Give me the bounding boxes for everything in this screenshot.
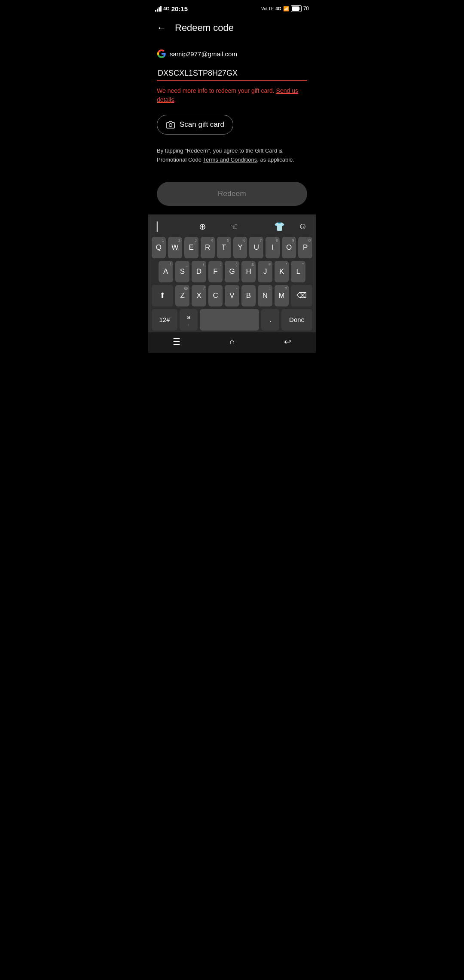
error-suffix: . [174,96,176,103]
key-A[interactable]: \A [159,261,173,282]
keyboard-rows: 1Q 2W 3E 4R 5T 6Y 7U 8I 9O 0P \A _S (D :… [150,237,314,306]
key-H[interactable]: &H [241,261,256,282]
error-message: We need more info to redeem your gift ca… [157,86,307,104]
key-N[interactable]: !N [258,285,272,306]
lte-icon: 4G [275,6,281,11]
key-K[interactable]: *K [275,261,289,282]
key-U[interactable]: 7U [249,237,263,258]
key-T[interactable]: 5T [217,237,231,258]
key-G[interactable]: )G [225,261,239,282]
key-L[interactable]: "L [291,261,305,282]
key-Y[interactable]: 6Y [233,237,247,258]
camera-icon [166,121,175,129]
wifi-icon: 📶 [283,6,289,12]
vol-icon: VoLTE [261,6,274,11]
keyboard-bottom-row: 12# a , . Done [150,306,314,332]
key-J[interactable]: #J [258,261,272,282]
key-P[interactable]: 0P [298,237,312,258]
key-num-symbol[interactable]: 12# [152,309,177,331]
header: ← Redeem code [148,15,316,42]
battery-percent: 70 [303,6,309,12]
key-M[interactable]: ?M [275,285,289,306]
battery-nub [299,7,300,10]
done-key[interactable]: Done [281,309,312,331]
battery-fill [292,6,299,11]
keyboard-globe-icon[interactable]: ⊕ [195,220,210,233]
status-time: 20:15 [171,5,188,12]
key-R[interactable]: 4R [201,237,215,258]
status-left: 4G 20:15 [155,5,188,12]
main-content: samip2977@gmail.com We need more info to… [148,42,316,172]
key-Z[interactable]: @Z [175,285,189,306]
account-row: samip2977@gmail.com [157,49,307,58]
key-D[interactable]: (D [192,261,206,282]
code-input[interactable] [157,67,307,81]
key-Q[interactable]: 1Q [152,237,166,258]
terms-suffix: , as applicable. [257,156,294,163]
account-email: samip2977@gmail.com [170,50,237,58]
key-V[interactable]: -V [225,285,239,306]
keyboard-emoji-icon[interactable]: ☺ [295,220,311,233]
key-period[interactable]: . [261,309,279,331]
back-arrow-icon: ← [157,22,166,33]
key-C[interactable]: C [208,285,223,306]
terms-link[interactable]: Terms and Conditions [203,156,257,163]
keyboard-top-row: ▏ ⊕ ☜ 👕 ☺ [150,218,314,237]
status-right: VoLTE 4G 📶 70 [261,5,309,12]
redeem-button-wrap: Redeem [148,172,316,214]
keyboard-ibeam-icon[interactable]: ▏ [153,220,167,233]
keyboard-row-3: ⬆ @Z /X C -V B !N ?M ⌫ [152,285,312,306]
key-O[interactable]: 9O [282,237,296,258]
key-a-comma[interactable]: a , [180,309,198,331]
signal-icon [155,6,162,12]
battery-icon [291,5,302,12]
nav-menu-icon[interactable]: ☰ [173,337,180,347]
nav-home-icon[interactable]: ⌂ [229,337,235,346]
google-logo [157,49,166,58]
key-F[interactable]: :F [208,261,223,282]
status-bar: 4G 20:15 VoLTE 4G 📶 70 [148,0,316,15]
keyboard-row-2: \A _S (D :F )G &H #J *K "L [152,261,312,282]
shift-key[interactable]: ⬆ [152,285,173,306]
key-X[interactable]: /X [192,285,206,306]
redeem-button[interactable]: Redeem [157,182,307,206]
backspace-key[interactable]: ⌫ [291,285,312,306]
nav-back-icon[interactable]: ↩ [284,337,291,347]
scan-gift-card-label: Scan gift card [180,120,224,129]
keyboard-shirt-icon[interactable]: 👕 [271,220,288,233]
terms-text: By tapping "Redeem", you agree to the Gi… [157,147,307,165]
code-input-wrapper [157,67,307,81]
key-W[interactable]: 2W [168,237,182,258]
spacebar-key[interactable] [200,309,259,331]
scan-gift-card-button[interactable]: Scan gift card [157,115,233,135]
keyboard-top-center: ⊕ ☜ [195,220,241,233]
keyboard: ▏ ⊕ ☜ 👕 ☺ 1Q 2W 3E 4R 5T 6Y 7U 8I 9O 0P … [148,214,316,332]
key-I[interactable]: 8I [266,237,280,258]
network-label: 4G [163,6,170,11]
svg-point-0 [169,124,172,127]
key-S[interactable]: _S [175,261,190,282]
error-text-prefix: We need more info to redeem your gift ca… [157,87,276,94]
key-B[interactable]: B [241,285,256,306]
nav-bar: ☰ ⌂ ↩ [148,332,316,353]
back-button[interactable]: ← [155,21,168,35]
keyboard-row-1: 1Q 2W 3E 4R 5T 6Y 7U 8I 9O 0P [152,237,312,258]
keyboard-hand-icon[interactable]: ☜ [227,220,241,233]
key-E[interactable]: 3E [184,237,198,258]
page-title: Redeem code [175,22,234,34]
